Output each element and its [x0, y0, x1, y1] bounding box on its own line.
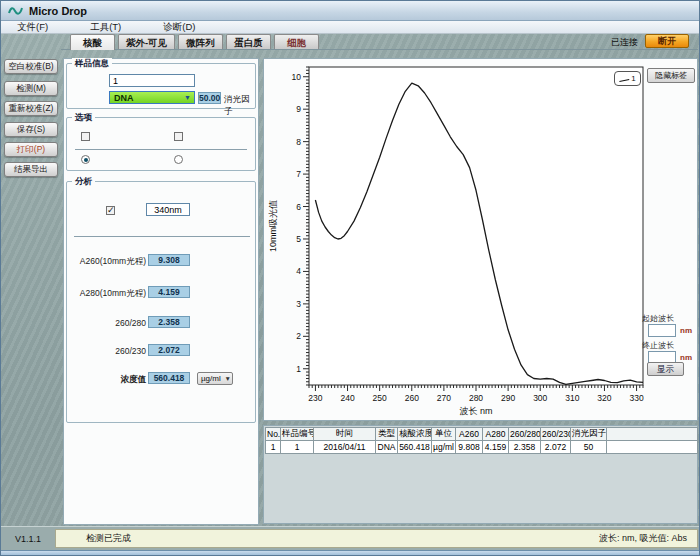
- svg-text:260: 260: [405, 393, 419, 403]
- svg-text:8: 8: [296, 137, 301, 147]
- content-divider: [61, 49, 698, 50]
- svg-text:5: 5: [296, 234, 301, 244]
- col-empty: [607, 428, 698, 441]
- ratio-260-230-label: 260/230: [67, 346, 146, 356]
- chevron-down-icon: ▼: [182, 92, 193, 103]
- blank-calibration-button[interactable]: 空白校准(B): [4, 59, 58, 74]
- a280-label: A280(10mm光程): [67, 288, 146, 300]
- col-no: No.: [266, 428, 281, 441]
- status-message: 检测已完成: [86, 532, 131, 545]
- concentration-label: 浓度值: [67, 374, 146, 386]
- a280-value: 4.159: [148, 286, 190, 298]
- tab-protein[interactable]: 蛋白质: [226, 34, 271, 49]
- chart-legend: 1: [614, 71, 641, 86]
- table-row[interactable]: 1 1 2016/04/11 DNA 560.418 µg/ml 9.808 4…: [266, 441, 698, 454]
- col-sample-id: 样品编号: [281, 428, 314, 441]
- options-label: 选项: [72, 112, 95, 124]
- col-a260: A260: [456, 428, 483, 441]
- sample-info-group: 样品信息 1 DNA ▼ 50.00 消光因子: [66, 63, 256, 109]
- svg-text:330: 330: [629, 393, 643, 403]
- svg-text:240: 240: [340, 393, 354, 403]
- a260-value: 9.308: [148, 254, 190, 266]
- col-260-230: 260/230: [541, 428, 571, 441]
- svg-text:300: 300: [533, 393, 547, 403]
- start-wavelength-unit: nm: [680, 326, 692, 335]
- options-group: 选项: [66, 117, 256, 171]
- svg-text:270: 270: [437, 393, 451, 403]
- connection-status: 已连接: [611, 36, 638, 49]
- end-wavelength-label: 终止波长: [642, 340, 674, 351]
- col-260-280: 260/280: [509, 428, 541, 441]
- svg-text:7: 7: [296, 169, 301, 179]
- tab-cell[interactable]: 细胞: [274, 34, 319, 49]
- sample-type-value: DNA: [114, 93, 134, 103]
- svg-text:280: 280: [469, 393, 483, 403]
- svg-text:1: 1: [296, 364, 301, 374]
- svg-text:6: 6: [296, 202, 301, 212]
- start-wavelength-input[interactable]: [648, 324, 676, 337]
- spectrum-chart: 2302402502602702802903003103203301234567…: [264, 59, 699, 422]
- svg-text:3: 3: [296, 299, 301, 309]
- cell-a260: 9.808: [456, 441, 483, 454]
- print-button[interactable]: 打印(P): [4, 142, 58, 157]
- recalibrate-button[interactable]: 重新校准(Z): [4, 101, 58, 116]
- hide-labels-button[interactable]: 隐藏标签: [647, 68, 695, 83]
- svg-text:2: 2: [296, 331, 301, 341]
- svg-text:波长 nm: 波长 nm: [459, 406, 492, 416]
- cell-type: DNA: [376, 441, 398, 454]
- option-radio-2[interactable]: [174, 155, 183, 164]
- svg-text:9: 9: [296, 104, 301, 114]
- col-time: 时间: [314, 428, 376, 441]
- concentration-unit-select[interactable]: µg/ml ▼: [197, 372, 233, 385]
- ratio-260-280-value: 2.358: [148, 316, 190, 328]
- main-area: 核酸 紫外-可见 微阵列 蛋白质 细胞 已连接 断开 空白校准(B) 检测(M)…: [1, 34, 700, 526]
- tab-uv-vis[interactable]: 紫外-可见: [118, 34, 175, 49]
- cell-extinction: 50: [571, 441, 607, 454]
- spectrum-chart-panel: 2302402502602702802903003103203301234567…: [263, 58, 698, 421]
- wavelength-checkbox[interactable]: [106, 206, 115, 215]
- sample-id-input[interactable]: 1: [109, 74, 195, 87]
- svg-text:250: 250: [373, 393, 387, 403]
- show-button[interactable]: 显示: [647, 362, 684, 376]
- tab-nucleic-acid[interactable]: 核酸: [70, 34, 115, 50]
- svg-text:290: 290: [501, 393, 515, 403]
- legend-line-icon: [619, 76, 630, 82]
- chevron-down-icon: ▼: [225, 373, 231, 385]
- save-button[interactable]: 保存(S): [4, 122, 58, 137]
- a260-label: A260(10mm光程): [67, 256, 146, 268]
- option-radio-1[interactable]: [81, 155, 90, 164]
- cell-260-280: 2.358: [509, 441, 541, 454]
- tab-microarray[interactable]: 微阵列: [178, 34, 223, 49]
- svg-text:310: 310: [565, 393, 579, 403]
- menu-file[interactable]: 文件(F): [5, 21, 60, 34]
- cell-empty: [607, 441, 698, 454]
- menu-bar: 文件(F) 工具(T) 诊断(D): [1, 21, 699, 34]
- concentration-value: 560.418: [148, 372, 190, 384]
- analysis-group: 分析 340nm A260(10mm光程) 9.308 A280(10mm光程)…: [66, 181, 256, 423]
- disconnect-button[interactable]: 断开: [645, 34, 689, 48]
- option-checkbox-2[interactable]: [174, 132, 183, 141]
- cell-unit: µg/ml: [432, 441, 456, 454]
- cell-sample-id: 1: [281, 441, 314, 454]
- cell-time: 2016/04/11: [314, 441, 376, 454]
- app-window: Micro Drop 文件(F) 工具(T) 诊断(D) 核酸 紫外-可见 微阵…: [0, 0, 700, 556]
- svg-text:4: 4: [296, 266, 301, 276]
- cell-concentration: 560.418: [398, 441, 432, 454]
- menu-diagnostics[interactable]: 诊断(D): [151, 21, 207, 34]
- col-type: 类型: [376, 428, 398, 441]
- extinction-factor-value: 50.00: [198, 92, 221, 104]
- ratio-260-280-label: 260/280: [67, 318, 146, 328]
- wavelength-input[interactable]: 340nm: [146, 203, 190, 216]
- left-panel: 样品信息 1 DNA ▼ 50.00 消光因子 选项 分析: [63, 58, 259, 525]
- option-checkbox-1[interactable]: [81, 132, 90, 141]
- svg-text:320: 320: [597, 393, 611, 403]
- measure-button[interactable]: 检测(M): [4, 81, 58, 96]
- status-units: 波长: nm, 吸光值: Abs: [599, 532, 687, 545]
- status-message-area: 检测已完成 波长: nm, 吸光值: Abs: [55, 529, 698, 548]
- export-results-button[interactable]: 结果导出: [4, 162, 58, 177]
- menu-tools[interactable]: 工具(T): [78, 21, 133, 34]
- sample-type-select[interactable]: DNA ▼: [109, 91, 195, 104]
- sample-info-label: 样品信息: [72, 58, 112, 70]
- col-unit: 单位: [432, 428, 456, 441]
- ratio-260-230-value: 2.072: [148, 344, 190, 356]
